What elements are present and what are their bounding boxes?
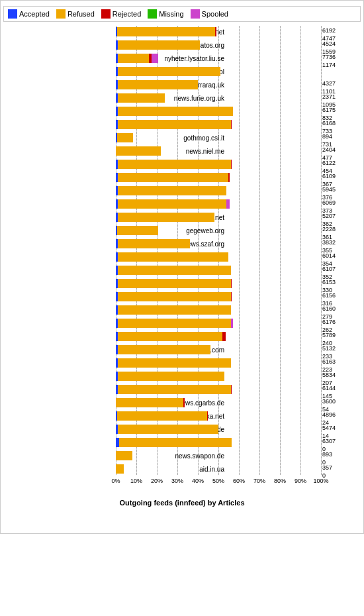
x-tick: 60% — [233, 478, 245, 484]
chart-row: pionier.net.pl — [116, 66, 321, 77]
bar-wrapper: 6014354 — [116, 252, 321, 262]
bar-wrapper: 6176262 — [116, 319, 321, 328]
legend-color-box — [148, 9, 157, 19]
legend-item: Rejected — [101, 9, 141, 19]
chart-row: news.bbs.nz6163223 — [116, 357, 321, 369]
bar-rejected — [231, 385, 232, 394]
legend-color-box — [191, 9, 200, 19]
chart-row: news.nntp4.net6153330 — [116, 278, 321, 289]
chart-container: AcceptedRefusedRejectedMissingSpooled al… — [0, 0, 364, 534]
bar-refused — [118, 332, 222, 341]
chart-row: news.furie.org.uk23711095 — [116, 92, 321, 104]
bar-refused — [118, 319, 231, 328]
bar-refused — [116, 451, 132, 460]
bar-refused — [118, 239, 190, 248]
legend-color-box — [101, 9, 111, 19]
chart-row: alt119.net61924747 — [116, 26, 321, 38]
bar-refused — [118, 120, 231, 129]
chart-row: usenet.blueworldhosting.com5132233 — [116, 344, 321, 356]
x-tick: 20% — [151, 478, 163, 484]
bar-refused — [118, 199, 226, 209]
bar-refused — [119, 438, 232, 447]
bar-refused — [118, 292, 231, 301]
chart-row: nntp.terraraq.uk43271101 — [116, 79, 321, 91]
bar-refused — [118, 107, 233, 116]
chart-body: alt119.net61924747news.hispagatos.org452… — [3, 26, 361, 475]
bar-spooled — [226, 199, 230, 209]
x-tick: 80% — [274, 478, 286, 484]
bar-spooled — [231, 319, 233, 328]
bar-refused — [116, 146, 161, 156]
x-tick: 100% — [313, 478, 328, 484]
chart-row: csiph.com6156316 — [116, 291, 321, 303]
legend-label: Rejected — [113, 10, 141, 18]
bar-rejected — [183, 398, 185, 407]
bar-wrapper: 6168733 — [116, 120, 321, 129]
bar-wrapper: 6069373 — [116, 199, 321, 209]
bar-refused — [118, 358, 231, 368]
bar-refused — [118, 40, 200, 50]
bar-refused — [117, 226, 158, 235]
bar-wrapper: 8930 — [116, 451, 321, 460]
chart-row: news.neodome.net5945376 — [116, 185, 321, 197]
chart-row: i2pn.org5834207 — [116, 370, 321, 382]
chart-row: news.1d4.us6168733 — [116, 119, 321, 130]
legend-label: Spooled — [202, 10, 228, 18]
chart-row: erje.net5789240 — [116, 331, 321, 342]
bar-refused — [117, 411, 207, 421]
bar-wrapper: 63070 — [116, 438, 321, 447]
bar-refused — [118, 160, 231, 169]
x-axis: 0%10%20%30%40%50%60%70%80%90%100% — [3, 478, 361, 488]
chart-row: newsfeed.bofh.team6069373 — [116, 198, 321, 210]
bar-wrapper: 3570 — [116, 464, 321, 474]
bar-wrapper: 6163223 — [116, 358, 321, 368]
chart-row: news.hispagatos.org45241559 — [116, 39, 321, 51]
bar-wrapper: 5834207 — [116, 372, 321, 381]
bar-rejected — [231, 279, 232, 288]
bar-refused — [117, 27, 216, 36]
chart-row: gegeweb.org2228361 — [116, 225, 321, 236]
bar-refused — [118, 266, 231, 275]
bar-value: 77361174 — [322, 54, 359, 69]
chart-row: weretis.net5207362 — [116, 211, 321, 223]
chart-row: news.swapon.de8930 — [116, 450, 321, 462]
legend: AcceptedRefusedRejectedMissingSpooled — [3, 6, 361, 22]
bar-refused — [118, 93, 165, 103]
x-tick: 90% — [295, 478, 306, 484]
bar-wrapper: 894731 — [116, 133, 321, 142]
bar-refused — [118, 279, 231, 288]
bar-rejected — [228, 173, 230, 182]
chart-row: news.niel.me2404477 — [116, 145, 321, 157]
bar-wrapper: 2228361 — [116, 226, 321, 235]
bar-wrapper: 6160279 — [116, 305, 321, 315]
legend-label: Accepted — [19, 10, 50, 18]
bar-refused — [118, 305, 231, 315]
bar-wrapper: 77361174 — [116, 54, 321, 63]
bar-wrapper: 6175832 — [116, 107, 321, 116]
bar-rejected — [215, 27, 216, 36]
chart-row: news.quux.org6160279 — [116, 304, 321, 316]
bar-wrapper: 6107352 — [116, 266, 321, 275]
bar-refused — [118, 80, 198, 89]
bar-refused — [118, 345, 210, 354]
bar-refused — [118, 385, 231, 394]
bar-refused — [118, 213, 214, 222]
chart-row: fu-berlin.de547414 — [116, 423, 321, 435]
legend-label: Refused — [68, 10, 95, 18]
x-tick: 50% — [212, 478, 224, 484]
bar-refused — [116, 398, 183, 407]
bar-rejected — [231, 160, 232, 169]
chart-row: mb-net.net6107352 — [116, 264, 321, 276]
x-axis-label: Outgoing feeds (innfeed) by Articles — [3, 499, 361, 507]
bar-wrapper: 3832355 — [116, 239, 321, 248]
chart-row: news.chmurka.net489624 — [116, 410, 321, 422]
chart-row: nntp.comgw.net6175832 — [116, 105, 321, 117]
bar-refused — [118, 173, 228, 182]
legend-item: Refused — [56, 9, 95, 19]
chart-row: xmission6014354 — [116, 251, 321, 263]
bar-wrapper: 5207362 — [116, 213, 321, 222]
legend-label: Missing — [159, 10, 183, 18]
chart-row: aid.in.ua3570 — [116, 463, 321, 475]
chart-row: usenet.goja.nl.eu.org6109367 — [116, 172, 321, 183]
bar-refused — [118, 186, 226, 195]
